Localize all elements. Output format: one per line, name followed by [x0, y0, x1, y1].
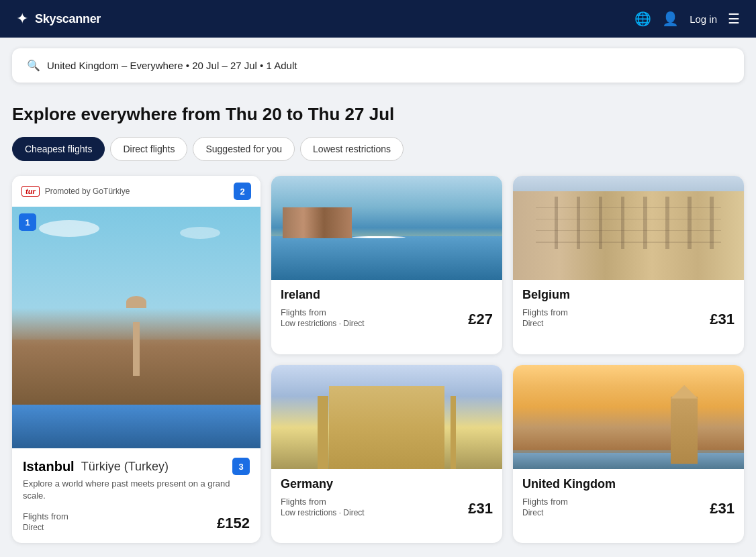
- featured-card-istanbul[interactable]: tur Promoted by GoTürkiye 2 1 Istanbul T…: [12, 176, 261, 543]
- tab-suggested-for-you[interactable]: Suggested for you: [193, 137, 295, 161]
- uk-name: United Kingdom: [522, 477, 735, 491]
- card-uk[interactable]: United Kingdom Flights from Direct £31: [513, 365, 744, 544]
- city-name: Istanbul: [23, 459, 75, 474]
- belgium-price-row: Flights from Direct £31: [522, 307, 735, 328]
- tabs-bar: Cheapest flights Direct flights Suggeste…: [12, 137, 744, 161]
- istanbul-price: £152: [217, 515, 250, 532]
- promoted-logo: tur: [21, 186, 40, 197]
- istanbul-price-row: Flights from Direct £152: [23, 511, 250, 532]
- card-ireland[interactable]: Ireland Flights from Low restrictions · …: [271, 176, 502, 354]
- germany-flights-from: Flights from: [281, 497, 365, 507]
- promoted-bar: tur Promoted by GoTürkiye 2: [12, 176, 261, 207]
- germany-info: Germany Flights from Low restrictions · …: [271, 469, 502, 527]
- germany-name: Germany: [281, 477, 493, 491]
- logo-text: Skyscanner: [35, 12, 101, 26]
- badge-3: 3: [232, 458, 250, 475]
- badge-1: 1: [19, 213, 36, 231]
- badge-2: 2: [234, 183, 251, 200]
- germany-price-row: Flights from Low restrictions · Direct £…: [281, 497, 493, 517]
- search-bar[interactable]: 🔍 United Kingdom – Everywhere • 20 Jul –…: [12, 48, 744, 83]
- account-icon[interactable]: 👤: [662, 11, 679, 27]
- tab-cheapest-flights[interactable]: Cheapest flights: [12, 137, 105, 161]
- ireland-image: [271, 176, 502, 280]
- belgium-info: Belgium Flights from Direct £31: [513, 280, 744, 338]
- belgium-flights-from: Flights from: [522, 307, 568, 317]
- header: ✦ Skyscanner 🌐 👤 Log in ☰: [0, 0, 756, 38]
- flights-from-label: Flights from: [23, 511, 68, 521]
- uk-info: United Kingdom Flights from Direct £31: [513, 469, 744, 527]
- globe-icon[interactable]: 🌐: [634, 11, 651, 27]
- search-icon: 🔍: [27, 59, 40, 72]
- germany-image: [271, 365, 502, 469]
- uk-tag: Direct: [522, 508, 568, 517]
- main-content: Explore everywhere from Thu 20 to Thu 27…: [0, 93, 756, 557]
- belgium-name: Belgium: [522, 288, 735, 302]
- country-name: Türkiye (Turkey): [81, 460, 169, 474]
- istanbul-name: Istanbul Türkiye (Turkey) 3: [23, 458, 250, 475]
- page-title: Explore everywhere from Thu 20 to Thu 27…: [12, 104, 744, 125]
- istanbul-description: Explore a world where past meets present…: [23, 478, 250, 502]
- tab-direct-flights[interactable]: Direct flights: [110, 137, 187, 161]
- ireland-flights-from: Flights from: [281, 307, 365, 317]
- ireland-tag: Low restrictions · Direct: [281, 319, 365, 328]
- belgium-tag: Direct: [522, 319, 568, 328]
- belgium-image: [513, 176, 744, 280]
- istanbul-info: Istanbul Türkiye (Turkey) 3 Explore a wo…: [12, 448, 261, 543]
- ireland-info: Ireland Flights from Low restrictions · …: [271, 280, 502, 338]
- promoted-text: Promoted by GoTürkiye: [45, 187, 130, 196]
- tab-lowest-restrictions[interactable]: Lowest restrictions: [300, 137, 404, 161]
- istanbul-tag: Direct: [23, 523, 68, 532]
- uk-image: [513, 365, 744, 469]
- menu-icon[interactable]: ☰: [728, 11, 740, 27]
- card-belgium[interactable]: Belgium Flights from Direct £31: [513, 176, 744, 354]
- logo-icon: ✦: [16, 10, 28, 28]
- germany-tag: Low restrictions · Direct: [281, 508, 365, 517]
- uk-price: £31: [710, 500, 735, 517]
- ireland-price: £27: [468, 311, 493, 328]
- logo[interactable]: ✦ Skyscanner: [16, 10, 101, 28]
- header-right: 🌐 👤 Log in ☰: [634, 11, 740, 27]
- uk-price-row: Flights from Direct £31: [522, 497, 735, 517]
- belgium-price: £31: [710, 311, 735, 328]
- login-button[interactable]: Log in: [690, 13, 717, 25]
- search-bar-text: United Kingdom – Everywhere • 20 Jul – 2…: [47, 60, 297, 71]
- cards-grid: tur Promoted by GoTürkiye 2 1 Istanbul T…: [12, 176, 744, 543]
- ireland-name: Ireland: [281, 288, 493, 302]
- germany-price: £31: [468, 500, 493, 517]
- ireland-price-row: Flights from Low restrictions · Direct £…: [281, 307, 493, 328]
- card-germany[interactable]: Germany Flights from Low restrictions · …: [271, 365, 502, 544]
- uk-flights-from: Flights from: [522, 497, 568, 507]
- istanbul-image: 1: [12, 207, 261, 448]
